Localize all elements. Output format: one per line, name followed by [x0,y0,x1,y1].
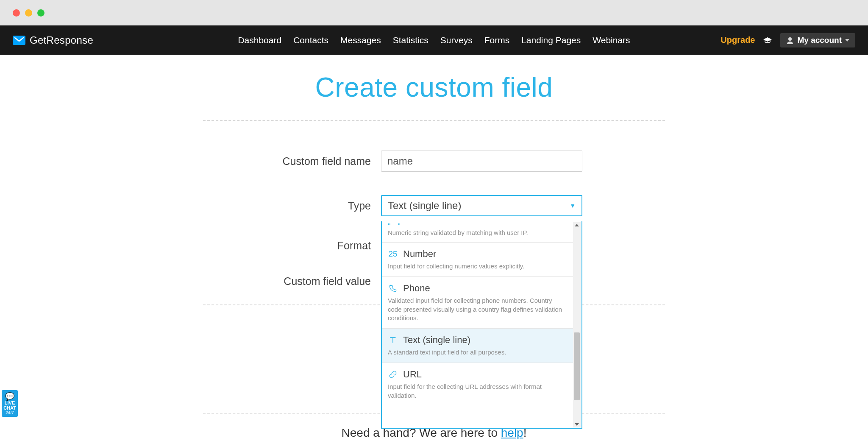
dropdown-item-label: Text (single line) [403,335,470,346]
nav-landing-pages[interactable]: Landing Pages [521,35,581,45]
graduation-cap-icon[interactable] [762,36,773,44]
dropdown-item-label: Number [403,248,436,260]
main-nav: Dashboard Contacts Messages Statistics S… [238,35,630,45]
dropdown-item-phone[interactable]: Phone Validated input field for collecti… [382,277,573,329]
dropdown-partial-desc: Numeric string validated by matching wit… [388,229,528,236]
scroll-up-icon [575,224,579,226]
live-chat-line2: CHAT [2,405,18,410]
live-chat-line3: 24/7 [2,410,18,415]
dropdown-scrollbar[interactable] [573,222,581,427]
label-custom-field-name: Custom field name [203,155,381,167]
custom-field-name-input[interactable] [381,151,582,172]
dropdown-partial-item-top[interactable]: " " Numeric string validated by matching… [382,221,573,243]
dropdown-item-desc: Input field for the collecting URL addre… [388,382,567,400]
nav-dashboard[interactable]: Dashboard [238,35,281,45]
nav-messages[interactable]: Messages [340,35,381,45]
browser-chrome [0,0,868,25]
scroll-down-icon [575,423,579,426]
live-chat-line1: LIVE [2,400,18,405]
nav-surveys[interactable]: Surveys [440,35,473,45]
window-minimize-dot[interactable] [25,9,32,17]
my-account-button[interactable]: My account [780,33,855,47]
nav-contacts[interactable]: Contacts [293,35,328,45]
dropdown-item-desc: Validated input field for collecting pho… [388,296,567,322]
dropdown-item-text-single-line[interactable]: Text (single line) A standard text input… [382,329,573,363]
dropdown-item-label: Phone [403,283,430,294]
chevron-down-icon [845,39,849,42]
dropdown-item-desc: A standard text input field for all purp… [388,348,567,357]
quote-icon: " " [388,225,567,229]
text-icon [388,336,398,344]
chat-bubble-icon: 💬 [2,393,18,400]
row-custom-field-name: Custom field name [203,151,665,172]
page: Create custom field Custom field name Ty… [0,72,868,440]
nav-statistics[interactable]: Statistics [393,35,428,45]
link-icon [388,370,398,379]
header-right: Upgrade My account [721,33,855,47]
phone-icon [388,284,398,293]
type-dropdown-panel: " " Numeric string validated by matching… [381,221,582,429]
svg-point-0 [788,37,792,41]
number-icon: 25 [388,249,398,259]
user-icon [786,36,794,44]
label-custom-field-value: Custom field value [203,275,381,287]
nav-webinars[interactable]: Webinars [593,35,630,45]
page-title: Create custom field [0,72,868,103]
dropdown-item-number[interactable]: 25 Number Input field for collecting num… [382,243,573,277]
row-type: Type Text (single line) ▼ [203,195,665,216]
my-account-label: My account [797,36,842,45]
brand-envelope-icon [13,36,25,45]
window-zoom-dot[interactable] [37,9,45,17]
label-type: Type [203,200,381,212]
live-chat-button[interactable]: 💬 LIVE CHAT 24/7 [2,390,18,417]
chevron-down-icon: ▼ [570,202,576,209]
dropdown-item-url[interactable]: URL Input field for the collecting URL a… [382,363,573,406]
upgrade-link[interactable]: Upgrade [721,35,755,45]
window-close-dot[interactable] [13,9,20,17]
scrollbar-thumb[interactable] [574,332,580,400]
form-area: Custom field name Type Text (single line… [203,121,665,414]
dropdown-item-desc: Input field for collecting numeric value… [388,262,567,271]
brand[interactable]: GetResponse [13,34,93,46]
type-select[interactable]: Text (single line) ▼ [381,195,582,216]
nav-forms[interactable]: Forms [484,35,510,45]
brand-name: GetResponse [30,34,93,46]
type-select-value: Text (single line) [388,200,461,212]
top-bar: GetResponse Dashboard Contacts Messages … [0,25,868,55]
label-format: Format [203,240,381,252]
dropdown-item-label: URL [403,369,422,380]
